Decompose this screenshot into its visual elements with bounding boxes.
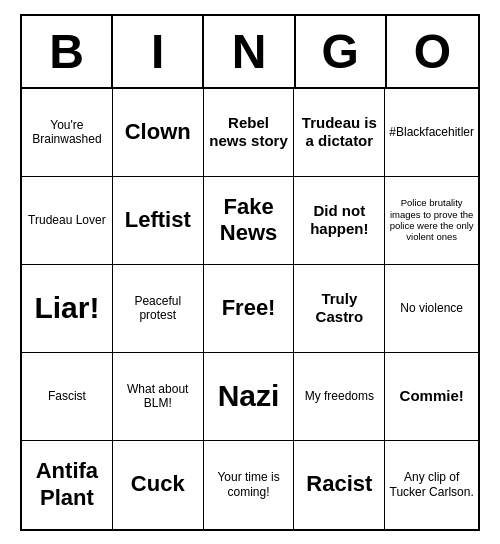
bingo-cell-22: Your time is coming!	[204, 441, 295, 529]
bingo-cell-21: Cuck	[113, 441, 204, 529]
bingo-cell-11: Peaceful protest	[113, 265, 204, 353]
cell-text-3: Trudeau is a dictator	[298, 114, 380, 150]
bingo-cell-1: Clown	[113, 89, 204, 177]
bingo-letter-g: G	[296, 16, 387, 87]
bingo-letter-o: O	[387, 16, 478, 87]
cell-text-17: Nazi	[218, 378, 280, 414]
bingo-cell-7: Fake News	[204, 177, 295, 265]
cell-text-21: Cuck	[131, 471, 185, 497]
bingo-grid: You're BrainwashedClownRebel news storyT…	[22, 89, 478, 529]
cell-text-15: Fascist	[48, 389, 86, 403]
bingo-cell-9: Police brutality images to prove the pol…	[385, 177, 478, 265]
bingo-cell-19: Commie!	[385, 353, 478, 441]
cell-text-24: Any clip of Tucker Carlson.	[389, 470, 474, 499]
bingo-cell-23: Racist	[294, 441, 385, 529]
cell-text-10: Liar!	[34, 290, 99, 326]
bingo-letter-b: B	[22, 16, 113, 87]
bingo-letter-n: N	[204, 16, 295, 87]
bingo-cell-2: Rebel news story	[204, 89, 295, 177]
bingo-cell-15: Fascist	[22, 353, 113, 441]
cell-text-5: Trudeau Lover	[28, 213, 106, 227]
bingo-cell-5: Trudeau Lover	[22, 177, 113, 265]
bingo-cell-4: #Blackfacehitler	[385, 89, 478, 177]
cell-text-23: Racist	[306, 471, 372, 497]
cell-text-1: Clown	[125, 119, 191, 145]
bingo-cell-0: You're Brainwashed	[22, 89, 113, 177]
cell-text-20: Antifa Plant	[26, 458, 108, 511]
cell-text-13: Truly Castro	[298, 290, 380, 326]
bingo-cell-20: Antifa Plant	[22, 441, 113, 529]
bingo-cell-8: Did not happen!	[294, 177, 385, 265]
cell-text-16: What about BLM!	[117, 382, 199, 411]
cell-text-8: Did not happen!	[298, 202, 380, 238]
bingo-cell-14: No violence	[385, 265, 478, 353]
cell-text-14: No violence	[400, 301, 463, 315]
bingo-cell-24: Any clip of Tucker Carlson.	[385, 441, 478, 529]
cell-text-6: Leftist	[125, 207, 191, 233]
bingo-cell-16: What about BLM!	[113, 353, 204, 441]
cell-text-22: Your time is coming!	[208, 470, 290, 499]
bingo-cell-18: My freedoms	[294, 353, 385, 441]
cell-text-2: Rebel news story	[208, 114, 290, 150]
bingo-cell-10: Liar!	[22, 265, 113, 353]
bingo-card: BINGO You're BrainwashedClownRebel news …	[20, 14, 480, 531]
cell-text-7: Fake News	[208, 194, 290, 247]
bingo-letter-i: I	[113, 16, 204, 87]
cell-text-4: #Blackfacehitler	[389, 125, 474, 139]
bingo-cell-17: Nazi	[204, 353, 295, 441]
cell-text-0: You're Brainwashed	[26, 118, 108, 147]
bingo-cell-6: Leftist	[113, 177, 204, 265]
cell-text-19: Commie!	[400, 387, 464, 405]
cell-text-11: Peaceful protest	[117, 294, 199, 323]
cell-text-12: Free!	[222, 295, 276, 321]
bingo-header: BINGO	[22, 16, 478, 89]
cell-text-18: My freedoms	[305, 389, 374, 403]
cell-text-9: Police brutality images to prove the pol…	[389, 197, 474, 243]
bingo-cell-13: Truly Castro	[294, 265, 385, 353]
bingo-cell-3: Trudeau is a dictator	[294, 89, 385, 177]
bingo-cell-12: Free!	[204, 265, 295, 353]
